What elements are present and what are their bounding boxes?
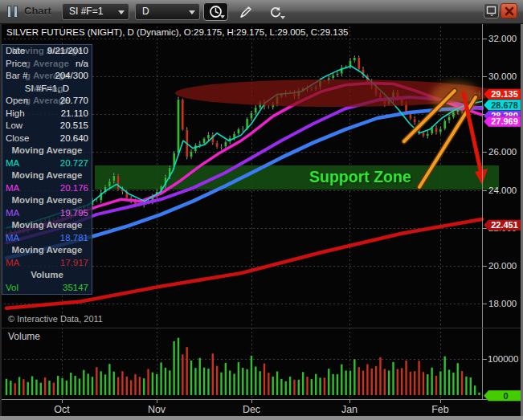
price-tag: 22.451 (484, 220, 521, 231)
svg-text:30.000: 30.000 (488, 71, 517, 81)
panel-row: MA18.781 (2, 232, 92, 245)
panel-value: 204/300 (55, 70, 88, 83)
panel-value: 20.515 (60, 120, 88, 133)
panel-section-title: Moving Average (12, 170, 83, 180)
panel-value: 9/21/2010 (47, 45, 88, 58)
svg-text:0: 0 (503, 391, 508, 401)
panel-value: 21.110 (61, 108, 88, 120)
panel-label: MA (6, 182, 19, 195)
period-dropdown[interactable]: D (135, 3, 200, 20)
panel-row: MA20.727 (2, 157, 92, 170)
panel-section-title: Moving Average (12, 145, 83, 155)
price-tag: 27.969 (484, 116, 521, 128)
panel-label: Bar # (6, 70, 28, 83)
app-title: Chart (24, 5, 51, 17)
chevron-down-icon (118, 10, 125, 14)
panel-row: g AverageBar #204/300 (2, 70, 92, 83)
svg-text:28.678: 28.678 (491, 100, 518, 110)
panel-row: MA17.917 (2, 257, 92, 270)
panel-row: g AveragePricen/a (2, 58, 92, 71)
panel-value: n/a (76, 58, 88, 71)
svg-text:Oct: Oct (54, 404, 70, 415)
panel-label: MA (6, 257, 19, 270)
panel-value: 20.770 (60, 95, 88, 108)
pencil-icon (239, 5, 253, 19)
panel-label: High (6, 108, 25, 120)
panel-value: 18.781 (60, 232, 88, 245)
panel-value: 17.917 (60, 257, 88, 270)
support-zone-label: Support Zone (309, 168, 411, 186)
svg-text:Dec: Dec (243, 404, 260, 415)
panel-row: g AverageOpen20.770 (2, 95, 92, 108)
svg-text:22.451: 22.451 (491, 220, 518, 230)
svg-text:20.000: 20.000 (488, 261, 517, 271)
refresh-button[interactable] (264, 2, 288, 21)
svg-text:18.000: 18.000 (488, 299, 517, 308)
chevron-down-icon (280, 16, 285, 19)
panel-row: MA20.176 (2, 182, 92, 195)
panel-section-title: Moving Average (12, 220, 83, 230)
panel-label: Open (6, 95, 28, 108)
svg-text:Jan: Jan (341, 404, 358, 415)
panel-row: High21.110 (2, 108, 92, 120)
panel-label: MA (6, 232, 19, 245)
price-tag: 29.135 (484, 89, 521, 100)
svg-text:Feb: Feb (431, 404, 449, 415)
chevron-down-icon (189, 10, 195, 14)
panel-value: 20.727 (60, 157, 88, 170)
svg-text:24.000: 24.000 (488, 186, 517, 195)
panel-row: Moving Average (2, 145, 92, 157)
chevron-down-icon (220, 15, 225, 18)
panel-row: Moving Average (2, 194, 92, 207)
volume-bars (6, 338, 480, 395)
panel-label: MA (6, 157, 19, 170)
columns-icon (7, 6, 20, 18)
panel-value: 35147 (63, 282, 88, 295)
time-settings-button[interactable] (203, 2, 228, 21)
popout-icon (486, 6, 496, 16)
volume-pane-title: Volume (8, 331, 40, 342)
data-readout-panel: Moving AverageDate9/21/2010g AveragePric… (2, 44, 92, 295)
panel-row: Volume (2, 269, 92, 282)
panel-label: Close (6, 133, 29, 145)
volume-axis-label: 100000 (488, 354, 518, 364)
symbol-dropdown-value: SI #F=1 (69, 6, 103, 17)
draw-tool-button[interactable] (235, 2, 257, 21)
panel-value: 19.795 (60, 207, 88, 220)
support-zone-band (95, 165, 499, 190)
svg-text:Nov: Nov (148, 404, 166, 415)
panel-section-title: SI #F=1, D (25, 84, 69, 93)
panel-row: Moving AverageDate9/21/2010 (2, 45, 92, 58)
panel-row: Low20.515 (2, 120, 92, 133)
panel-row: MA19.795 (2, 207, 92, 220)
price-tag: 28.678 (484, 100, 521, 111)
window-bottom-border (0, 416, 523, 420)
panel-row: Moving Average (2, 169, 92, 182)
copyright-text: © Interactive Data, 2011 (8, 314, 103, 324)
period-dropdown-value: D (142, 6, 149, 17)
panel-row: Vol35147 (2, 282, 92, 295)
panel-row: MovingSI #F=1, D (2, 83, 92, 96)
panel-row: Moving Average (2, 219, 92, 232)
close-window-button[interactable] (501, 3, 517, 18)
panel-section-title: Volume (31, 270, 63, 279)
close-icon (505, 6, 514, 16)
price-tag: 0 (484, 390, 523, 402)
panel-section-title: Moving Average (12, 195, 83, 205)
symbol-dropdown[interactable]: SI #F=1 (62, 3, 129, 20)
panel-value: 20.176 (60, 182, 88, 195)
panel-label: Low (6, 120, 22, 133)
svg-text:26.000: 26.000 (488, 147, 517, 157)
panel-label: MA (6, 207, 19, 220)
chart-ohlc-header: SILVER FUTURES (NIGHT), D (Dynamic), O:2… (6, 27, 348, 37)
svg-text:32.000: 32.000 (488, 34, 517, 43)
panel-label: Price (6, 58, 27, 71)
svg-text:29.135: 29.135 (491, 89, 518, 99)
panel-value: 20.640 (60, 133, 88, 145)
popout-window-button[interactable] (484, 3, 499, 18)
panel-section-title: Moving Average (12, 245, 83, 255)
panel-label: Date (6, 45, 25, 58)
panel-label: Vol (6, 282, 18, 295)
panel-row: Close20.640 (2, 133, 92, 145)
chart-window: 32.00030.00026.00024.00022.00020.00018.0… (0, 0, 523, 420)
